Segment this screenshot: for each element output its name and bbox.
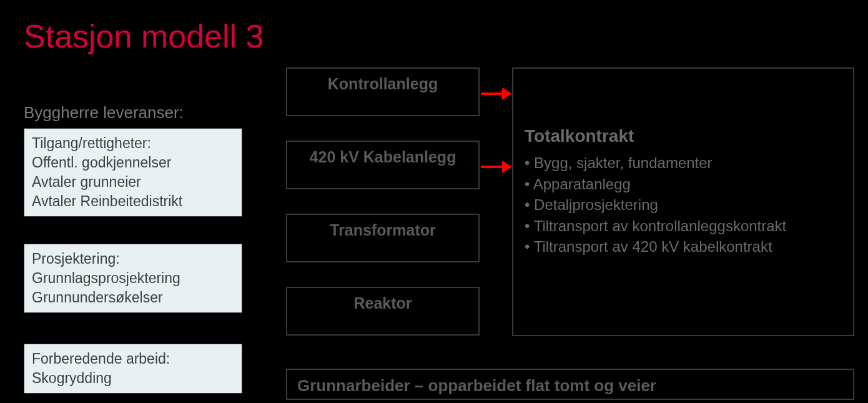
- left-box-line: Grunnlagsprosjektering: [32, 269, 234, 288]
- left-box-line: Forberedende arbeid:: [32, 349, 234, 369]
- left-box-forberedende: Forberedende arbeid: Skogrydding: [24, 344, 242, 394]
- right-box-item: • Apparatanlegg: [525, 174, 842, 195]
- left-box-line: Avtaler grunneier: [32, 172, 234, 192]
- left-box-tilgang: Tilgang/rettigheter: Offentl. godkjennel…: [24, 128, 242, 217]
- mid-box-kabelanlegg: 420 kV Kabelanlegg: [286, 141, 480, 189]
- left-box-line: Prosjektering:: [32, 249, 234, 269]
- left-box-prosjektering: Prosjektering: Grunnlagsprosjektering Gr…: [24, 244, 242, 313]
- mid-box-kontrollanlegg: Kontrollanlegg: [286, 67, 480, 116]
- arrow-icon: [481, 87, 512, 100]
- right-box-item: • Tiltransport av kontrollanleggskontrak…: [525, 216, 842, 237]
- arrow-icon: [481, 161, 512, 173]
- mid-box-reaktor: Reaktor: [286, 287, 480, 336]
- right-box-totalkontrakt: Totalkontrakt • Bygg, sjakter, fundament…: [512, 67, 854, 336]
- left-box-line: Offentl. godkjennelser: [32, 153, 234, 172]
- left-box-line: Grunnundersøkelser: [32, 288, 234, 307]
- bottom-box-grunnarbeider: Grunnarbeider – opparbeidet flat tomt og…: [286, 369, 854, 400]
- left-box-line: Avtaler Reinbeitedistrikt: [32, 192, 234, 211]
- right-box-item: • Bygg, sjakter, fundamenter: [525, 152, 842, 174]
- slide-title: Stasjon modell 3: [24, 17, 264, 55]
- right-box-item: • Detaljprosjektering: [525, 194, 842, 216]
- right-box-item: • Tiltransport av 420 kV kabelkontrakt: [525, 236, 842, 257]
- right-box-title: Totalkontrakt: [525, 126, 842, 146]
- left-box-line: Tilgang/rettigheter:: [32, 134, 234, 153]
- left-box-line: Skogrydding: [32, 369, 234, 388]
- mid-box-transformator: Transformator: [286, 214, 480, 262]
- subheading-byggherre: Byggherre leveranser:: [24, 103, 184, 122]
